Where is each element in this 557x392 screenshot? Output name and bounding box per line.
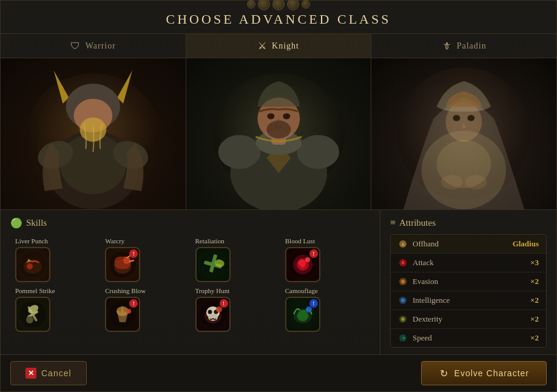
svg-point-60 (306, 306, 312, 313)
attr-dexterity-name: Dexterity (413, 314, 530, 324)
skill-blood-lust-badge: ! (309, 249, 318, 258)
orb-2 (258, 0, 270, 10)
modal-title: CHOOSE ADVANCED CLASS (1, 12, 556, 27)
choose-class-modal: CHOOSE ADVANCED CLASS 🛡 Warrior ⚔ Knight… (0, 0, 557, 392)
svg-point-50 (126, 309, 131, 314)
attr-row-speed: Speed ×2 (391, 329, 546, 347)
footer: ✕ Cancel ↻ Evolve Character (1, 354, 556, 391)
attr-dexterity-icon (398, 314, 408, 324)
skill-pommel-strike[interactable]: Pommel Strike (10, 285, 100, 334)
attr-dexterity-value: ×2 (530, 314, 539, 324)
attr-intelligence-value: ×2 (530, 296, 539, 305)
attr-row-dexterity: Dexterity ×2 (391, 310, 546, 329)
attr-intelligence-icon (398, 296, 408, 305)
skill-blood-lust-name: Blood Lust (285, 237, 315, 245)
tab-warrior[interactable]: 🛡 Warrior (1, 34, 186, 58)
svg-point-42 (305, 257, 310, 262)
portraits-row (1, 58, 556, 210)
portrait-warrior[interactable] (1, 58, 186, 209)
skill-warcry[interactable]: Warcry ! (100, 235, 190, 285)
skill-liver-punch[interactable]: Liver Punch (10, 235, 100, 285)
skill-blood-lust[interactable]: Blood Lust ! (280, 235, 370, 285)
skill-retaliation[interactable]: Retaliation (191, 235, 280, 285)
attr-row-evasion: Evasion ×2 (391, 272, 546, 291)
portrait-paladin[interactable] (371, 58, 556, 209)
bottom-section: 🟢 Skills Liver Punch (1, 210, 556, 354)
orb-1 (247, 0, 255, 8)
attr-offhand-icon (398, 239, 408, 249)
attr-row-attack: Attack ×3 (391, 254, 546, 272)
cancel-label: Cancel (41, 368, 72, 378)
skills-label: Skills (26, 218, 47, 228)
svg-point-16 (267, 113, 274, 120)
paladin-svg (371, 58, 556, 209)
svg-point-11 (218, 135, 260, 169)
attr-attack-icon (398, 258, 408, 268)
svg-point-21 (453, 115, 461, 121)
attr-speed-name: Speed (413, 333, 530, 343)
orb-5 (302, 0, 310, 8)
knight-canvas (186, 58, 371, 209)
class-tabs: 🛡 Warrior ⚔ Knight 🗡 Paladin (1, 34, 556, 58)
skill-blood-lust-icon: ! (285, 247, 320, 282)
warrior-svg (1, 58, 186, 209)
paladin-tab-icon: 🗡 (442, 41, 452, 52)
attr-intelligence-name: Intelligence (413, 296, 530, 305)
attr-row-intelligence: Intelligence ×2 (391, 291, 546, 310)
evolve-refresh-icon: ↻ (439, 368, 450, 379)
skill-trophy-hunt[interactable]: Trophy Hunt (191, 285, 280, 334)
skills-panel: 🟢 Skills Liver Punch (1, 210, 380, 354)
svg-point-17 (283, 113, 290, 120)
attr-evasion-name: Evasion (413, 277, 530, 286)
evolve-label: Evolve Character (454, 368, 529, 378)
attributes-title-icon: ≡ (390, 217, 396, 228)
evolve-button[interactable]: ↻ Evolve Character (421, 361, 547, 385)
skill-liver-punch-name: Liver Punch (15, 237, 48, 245)
svg-point-22 (468, 115, 475, 121)
attributes-label: Attributes (399, 218, 436, 228)
skill-crushing-blow-name: Crushing Blow (105, 287, 146, 294)
svg-point-26 (465, 175, 487, 189)
svg-point-47 (26, 316, 33, 323)
skill-camouflage[interactable]: Camouflage ! (280, 285, 370, 334)
attr-evasion-value: ×2 (530, 277, 539, 286)
skill-warcry-icon: ! (105, 247, 140, 282)
attr-offhand-name: Offhand (413, 239, 513, 249)
attributes-panel: ≡ Attributes Offhand Gladius Attack ×3 (380, 210, 556, 354)
attributes-panel-title: ≡ Attributes (390, 217, 547, 228)
attr-attack-name: Attack (413, 258, 530, 268)
skills-panel-title: 🟢 Skills (10, 217, 370, 229)
skill-crushing-blow[interactable]: Crushing Blow ! (100, 285, 190, 334)
svg-point-55 (208, 310, 212, 314)
skill-camouflage-name: Camouflage (285, 287, 318, 294)
cancel-button[interactable]: ✕ Cancel (10, 361, 87, 385)
tab-knight[interactable]: ⚔ Knight (186, 34, 372, 58)
attr-row-offhand: Offhand Gladius (391, 235, 546, 254)
skill-retaliation-icon (195, 247, 231, 282)
knight-tab-icon: ⚔ (258, 40, 267, 52)
attributes-list: Offhand Gladius Attack ×3 Evasion ×2 (390, 234, 547, 348)
warrior-tab-label: Warrior (86, 41, 116, 51)
skill-warcry-name: Warcry (105, 237, 124, 245)
skill-camouflage-icon: ! (285, 297, 320, 332)
svg-point-12 (297, 135, 339, 169)
orb-3 (272, 0, 285, 10)
attr-evasion-icon (398, 277, 408, 286)
skill-trophy-hunt-name: Trophy Hunt (195, 287, 230, 294)
tab-paladin[interactable]: 🗡 Paladin (371, 34, 556, 58)
svg-point-57 (216, 306, 222, 313)
top-ornament (247, 0, 310, 10)
skill-camouflage-badge: ! (309, 299, 318, 308)
paladin-canvas (371, 58, 556, 209)
portrait-knight[interactable] (186, 58, 372, 209)
attr-attack-value: ×3 (530, 258, 539, 268)
skill-liver-punch-icon (15, 247, 50, 282)
cancel-x-icon: ✕ (25, 368, 36, 379)
attr-speed-value: ×2 (530, 333, 539, 343)
skill-pommel-strike-icon (15, 297, 50, 332)
svg-point-54 (208, 314, 218, 321)
warrior-tab-icon: 🛡 (70, 41, 81, 52)
svg-point-29 (27, 263, 33, 269)
attr-offhand-value: Gladius (513, 239, 539, 249)
skills-grid: Liver Punch (10, 235, 370, 334)
